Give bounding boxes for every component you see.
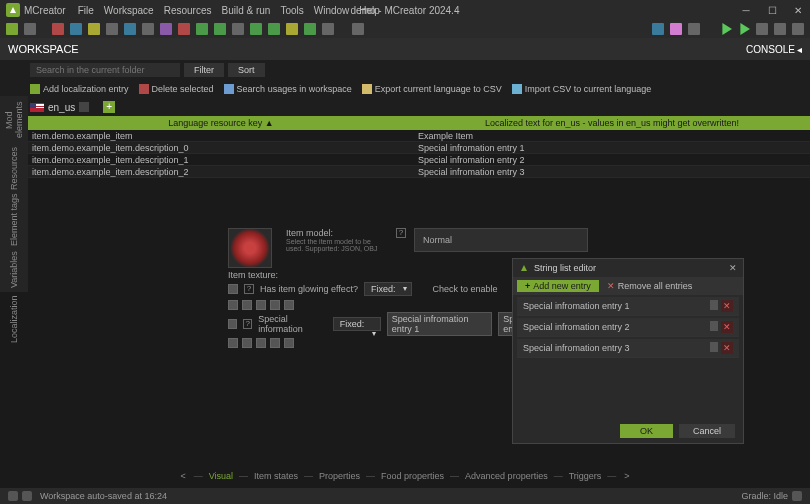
sort-button[interactable]: Sort	[228, 63, 265, 77]
checkbox-icon[interactable]	[228, 319, 237, 329]
status-icon	[22, 491, 32, 501]
minimize-button[interactable]: ─	[740, 5, 752, 16]
close-button[interactable]: ✕	[792, 5, 804, 16]
checkbox-icon[interactable]	[228, 284, 238, 294]
add-entry-button[interactable]: +Add new entry	[517, 280, 599, 292]
tool-icon[interactable]	[286, 23, 298, 35]
item-texture-preview[interactable]	[228, 228, 272, 268]
search-input[interactable]	[30, 63, 180, 77]
item-model-dropdown[interactable]: Normal	[414, 228, 588, 252]
add-localization-button[interactable]: Add localization entry	[30, 84, 129, 94]
new-icon[interactable]	[6, 23, 18, 35]
tool-icon[interactable]	[160, 23, 172, 35]
tool-icon[interactable]	[70, 23, 82, 35]
tool-icon[interactable]	[52, 23, 64, 35]
column-value[interactable]: Localized text for en_us - values in en_…	[414, 118, 810, 128]
tool-icon[interactable]	[304, 23, 316, 35]
sidebar-tab-variables[interactable]: Variables	[0, 247, 28, 292]
tab-food-properties[interactable]: Food properties	[379, 471, 446, 481]
prev-tab-icon[interactable]: <	[176, 471, 189, 481]
menu-build-run[interactable]: Build & run	[221, 5, 270, 16]
dialog-close-button[interactable]: ✕	[729, 263, 737, 273]
export-csv-button[interactable]: Export current language to CSV	[362, 84, 502, 94]
tool-icon[interactable]	[670, 23, 682, 35]
tool-icon[interactable]	[250, 23, 262, 35]
tool-icon[interactable]	[322, 23, 334, 35]
list-item[interactable]: Special infromation entry 1✕	[517, 297, 739, 316]
tool-icon[interactable]	[352, 23, 364, 35]
lang-close-icon[interactable]	[79, 102, 89, 112]
special-chip[interactable]: Special infromation entry 1	[387, 312, 492, 336]
table-row[interactable]: item.demo.example_item.description_1Spec…	[28, 154, 810, 166]
console-button[interactable]: CONSOLE	[746, 44, 795, 55]
import-csv-button[interactable]: Import CSV to current language	[512, 84, 652, 94]
list-item[interactable]: Special infromation entry 3✕	[517, 339, 739, 358]
tool-icon[interactable]	[268, 23, 280, 35]
remove-item-button[interactable]: ✕	[721, 342, 733, 354]
delete-selected-button[interactable]: Delete selected	[139, 84, 214, 94]
menu-workspace[interactable]: Workspace	[104, 5, 154, 16]
menu-file[interactable]: File	[78, 5, 94, 16]
delete-icon	[139, 84, 149, 94]
table-row[interactable]: item.demo.example_itemExample Item	[28, 130, 810, 142]
sidebar-tab-element-tags[interactable]: Element tags	[0, 192, 28, 247]
app-name: MCreator	[24, 5, 66, 16]
drag-icon[interactable]	[710, 300, 718, 310]
run-icon[interactable]	[720, 23, 732, 35]
remove-item-button[interactable]: ✕	[721, 300, 733, 312]
search-usages-button[interactable]: Search usages in workspace	[224, 84, 352, 94]
tool-icon[interactable]	[196, 23, 208, 35]
tool-icon[interactable]	[652, 23, 664, 35]
drag-icon[interactable]	[710, 321, 718, 331]
tab-advanced-properties[interactable]: Advanced properties	[463, 471, 550, 481]
cancel-button[interactable]: Cancel	[679, 424, 735, 438]
ok-button[interactable]: OK	[620, 424, 673, 438]
export-icon[interactable]	[792, 23, 804, 35]
tab-properties[interactable]: Properties	[317, 471, 362, 481]
table-row[interactable]: item.demo.example_item.description_0Spec…	[28, 142, 810, 154]
tool-icon[interactable]	[88, 23, 100, 35]
console-arrow-icon[interactable]: ◂	[797, 44, 802, 55]
tool-icon[interactable]	[214, 23, 226, 35]
remove-item-button[interactable]: ✕	[721, 321, 733, 333]
drag-icon[interactable]	[710, 342, 718, 352]
tool-icon[interactable]	[124, 23, 136, 35]
tab-triggers[interactable]: Triggers	[567, 471, 604, 481]
run-server-icon[interactable]	[738, 23, 750, 35]
add-language-button[interactable]: +	[103, 101, 115, 113]
sidebar-tab-mod-elements[interactable]: Mod elements	[0, 96, 28, 144]
tool-icon[interactable]	[232, 23, 244, 35]
tool-icon[interactable]	[688, 23, 700, 35]
list-item[interactable]: Special infromation entry 2✕	[517, 318, 739, 337]
glow-dropdown[interactable]: Fixed:	[364, 282, 413, 296]
remove-all-button[interactable]: ✕Remove all entries	[607, 281, 693, 291]
gradle-stop-icon[interactable]	[792, 491, 802, 501]
table-row[interactable]: item.demo.example_item.description_2Spec…	[28, 166, 810, 178]
filter-button[interactable]: Filter	[184, 63, 224, 77]
build-icon[interactable]	[756, 23, 768, 35]
column-key[interactable]: Language resource key ▲	[28, 118, 414, 128]
special-dropdown[interactable]: Fixed:	[333, 317, 381, 331]
menu-window[interactable]: Window	[314, 5, 350, 16]
tab-visual[interactable]: Visual	[207, 471, 235, 481]
workspace-label[interactable]: WORKSPACE	[8, 43, 79, 55]
maximize-button[interactable]: ☐	[766, 5, 778, 16]
help-icon[interactable]: ?	[244, 284, 254, 294]
stop-icon[interactable]	[774, 23, 786, 35]
tab-item-states[interactable]: Item states	[252, 471, 300, 481]
menu-resources[interactable]: Resources	[164, 5, 212, 16]
glow-check-label[interactable]: Check to enable	[432, 284, 497, 294]
help-icon[interactable]: ?	[243, 319, 252, 329]
tool-icon[interactable]	[24, 23, 36, 35]
menu-tools[interactable]: Tools	[280, 5, 303, 16]
autosave-status: Workspace auto-saved at 16:24	[40, 491, 167, 501]
sidebar-tab-resources[interactable]: Resources	[0, 144, 28, 192]
statusbar: Workspace auto-saved at 16:24 Gradle: Id…	[0, 488, 810, 504]
tool-icon[interactable]	[178, 23, 190, 35]
help-icon[interactable]: ?	[396, 228, 406, 238]
language-tab[interactable]: en_us	[48, 102, 75, 113]
tool-icon[interactable]	[106, 23, 118, 35]
next-tab-icon[interactable]: >	[620, 471, 633, 481]
tool-icon[interactable]	[142, 23, 154, 35]
sidebar-tab-localization[interactable]: Localization	[0, 292, 28, 347]
